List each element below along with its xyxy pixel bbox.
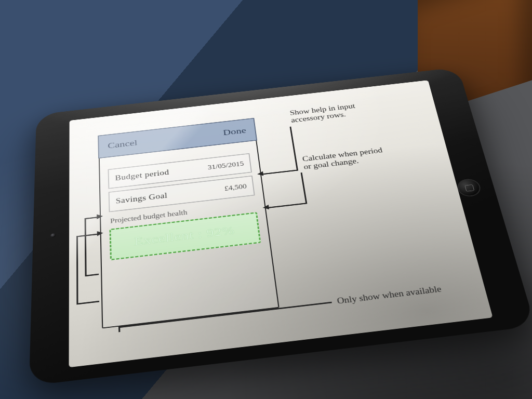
cancel-button[interactable]: Cancel <box>108 138 138 151</box>
health-percent: 92% <box>206 224 235 240</box>
row-value: 31/05/2015 <box>207 161 244 171</box>
wireframe-frame: Cancel Done Budget period 31/05/2015 Sav… <box>98 119 280 329</box>
ipad: Cancel Done Budget period 31/05/2015 Sav… <box>29 68 532 386</box>
note-accessory: Show help in input accessory rows. <box>289 102 357 124</box>
row-value: £4,500 <box>224 183 247 192</box>
health-status: Excellent <box>134 229 194 249</box>
row-label: Savings Goal <box>115 191 167 205</box>
note-availability: Only show when available <box>336 285 442 306</box>
done-button[interactable]: Done <box>222 126 246 138</box>
ipad-screen: Cancel Done Budget period 31/05/2015 Sav… <box>69 81 493 368</box>
ipad-camera <box>50 233 56 238</box>
note-recalc: Calculate when period or goal change. <box>302 147 385 171</box>
photo-scene: Cancel Done Budget period 31/05/2015 Sav… <box>0 0 532 399</box>
row-label: Budget period <box>115 168 169 182</box>
wireframe-navbar: Cancel Done <box>98 118 257 158</box>
